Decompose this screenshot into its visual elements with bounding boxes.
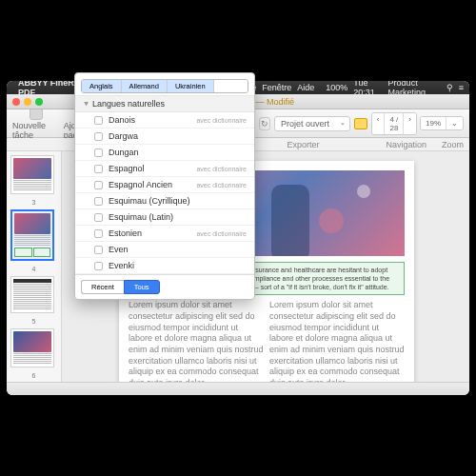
text-column-right[interactable]: Lorem ipsum dolor sit amet consectetur a… — [269, 300, 405, 382]
segment-ukrainien[interactable]: Ukrainien — [168, 81, 214, 92]
dictionary-hint: avec dictionnaire — [196, 117, 247, 124]
zoom-window-button[interactable] — [35, 98, 43, 106]
page-counter: 4 / 28 — [385, 113, 404, 134]
language-dropdown-panel: Anglais Allemand Ukrainien ▶Langues natu… — [74, 81, 255, 300]
thumbnail-panel[interactable]: 3 4 5 6 — [7, 151, 62, 382]
segment-anglais[interactable]: Anglais — [82, 81, 122, 92]
exporter-label: Exporter — [287, 140, 319, 149]
prev-page-button[interactable]: ‹ — [372, 113, 386, 134]
language-name: Estonien — [109, 228, 196, 238]
window-modified-label: — Modifié — [256, 97, 295, 107]
language-option[interactable]: Even — [75, 242, 254, 258]
segment-empty[interactable] — [214, 81, 248, 92]
dictionary-hint: avec dictionnaire — [196, 166, 247, 172]
page-navigator[interactable]: ‹ 4 / 28 › — [371, 112, 417, 135]
search-icon[interactable]: ⚲ — [446, 83, 453, 92]
language-name: Espagnol — [109, 164, 196, 173]
filter-recent-tab[interactable]: Récent — [81, 280, 124, 294]
new-task-button[interactable]: Nouvelle tâche — [12, 107, 60, 140]
zoom-label: Zoom — [442, 140, 464, 149]
segment-allemand[interactable]: Allemand — [122, 81, 168, 92]
language-name: Esquimau (Latin) — [109, 212, 247, 222]
checkbox[interactable] — [94, 262, 103, 270]
disclosure-triangle-icon: ▶ — [84, 102, 90, 107]
language-option[interactable]: Espagnol Ancienavec dictionnaire — [75, 177, 254, 193]
recognize-button[interactable]: ↻ — [259, 117, 270, 130]
checkbox[interactable] — [94, 246, 103, 254]
language-option[interactable]: Dargwa — [75, 129, 254, 145]
languages-group-header[interactable]: ▶Langues naturelles — [75, 95, 254, 112]
menu-help[interactable]: Aide — [297, 83, 314, 92]
text-column-left[interactable]: Lorem ipsum dolor sit amet consectetur a… — [129, 300, 264, 382]
checkbox[interactable] — [94, 132, 103, 141]
window-footer — [7, 382, 469, 395]
chevron-down-icon[interactable]: ⌄ — [446, 117, 463, 129]
language-option[interactable]: Espagnolavec dictionnaire — [75, 161, 254, 177]
language-name: Dungan — [109, 148, 247, 157]
checkbox[interactable] — [94, 149, 103, 157]
checkbox[interactable] — [94, 116, 103, 125]
thumbnail-5[interactable] — [10, 276, 54, 313]
language-name: Dargwa — [109, 131, 247, 141]
zoom-value[interactable]: 19% — [421, 117, 446, 129]
checkbox[interactable] — [94, 213, 103, 222]
language-name: Evenki — [109, 261, 247, 270]
thumbnail-4[interactable] — [10, 209, 54, 261]
close-window-button[interactable] — [12, 98, 20, 106]
language-option[interactable]: Danoisavec dictionnaire — [75, 112, 254, 129]
language-option[interactable]: Esquimau (Latin) — [75, 209, 254, 226]
next-page-button[interactable]: › — [404, 113, 416, 134]
language-name: Even — [109, 245, 247, 254]
dictionary-hint: avec dictionnaire — [196, 182, 247, 188]
filter-all-tab[interactable]: Tous — [124, 280, 160, 294]
navigation-label: Navigation — [386, 140, 426, 149]
language-option[interactable]: Dungan — [75, 145, 254, 161]
project-selector[interactable]: Projet ouvert — [274, 116, 350, 131]
minimize-window-button[interactable] — [24, 98, 31, 106]
checkbox[interactable] — [94, 165, 103, 173]
language-option[interactable]: Esquimau (Cyrillique) — [75, 193, 254, 209]
export-button[interactable] — [354, 118, 367, 129]
thumbnail-6[interactable] — [10, 328, 54, 367]
language-name: Espagnol Ancien — [109, 180, 196, 189]
checkbox[interactable] — [94, 181, 103, 189]
thumbnail-3[interactable] — [10, 155, 54, 194]
language-name: Danois — [109, 115, 196, 125]
checkbox[interactable] — [94, 229, 103, 238]
selected-languages-segment[interactable]: Anglais Allemand Ukrainien — [81, 81, 248, 93]
checkbox[interactable] — [94, 197, 103, 206]
battery-percent: 100% — [326, 83, 347, 92]
dictionary-hint: avec dictionnaire — [196, 230, 247, 237]
language-option[interactable]: Estonienavec dictionnaire — [75, 226, 254, 242]
menu-extra-icon[interactable]: ≡ — [459, 83, 464, 92]
language-name: Esquimau (Cyrillique) — [109, 196, 247, 206]
menu-window[interactable]: Fenêtre — [262, 83, 291, 92]
language-option[interactable]: Evenki — [75, 258, 254, 274]
